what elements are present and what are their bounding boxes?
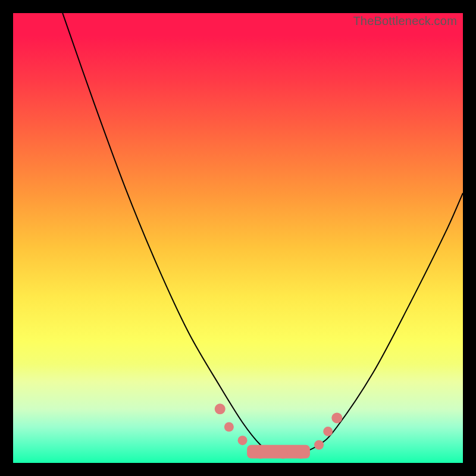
curve-marker-dot [278, 449, 288, 459]
curve-marker-dot [224, 422, 234, 432]
bottleneck-curve-path [62, 13, 463, 455]
curve-marker-dot [215, 403, 226, 414]
curve-marker-dot [256, 449, 265, 459]
bottleneck-curve-svg [13, 13, 463, 463]
curve-marker-dot [296, 449, 306, 459]
curve-marker-dot [238, 436, 248, 445]
curve-marker-dot [314, 440, 324, 450]
curve-marker-dot [323, 427, 333, 436]
curve-marker-dot [331, 412, 342, 423]
chart-plot-area: TheBottleneck.com [13, 13, 463, 463]
